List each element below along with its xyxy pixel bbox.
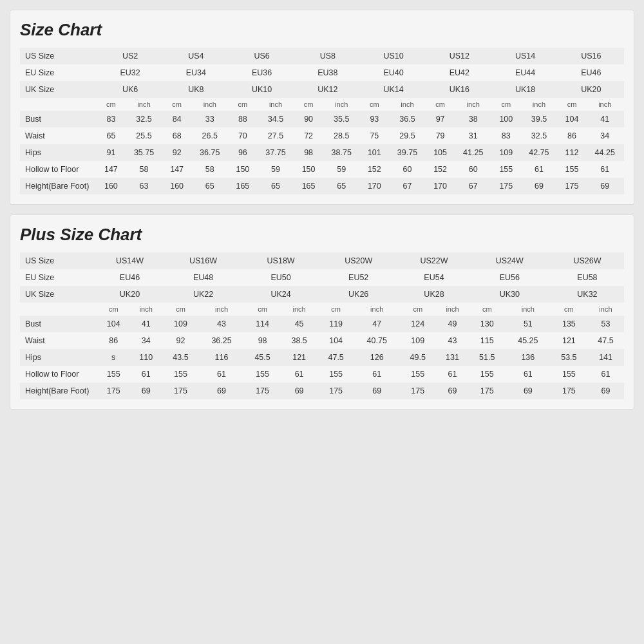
uk-size-label: UK Size <box>20 81 97 98</box>
waist-label: Waist <box>20 128 97 144</box>
plus-size-chart: Plus Size Chart US Size US14W US16W US18… <box>10 214 634 410</box>
us10: US10 <box>361 48 426 64</box>
plus-hips-row: Hips s 110 43.5 116 45.5 121 47.5 126 49… <box>20 349 624 366</box>
us8: US8 <box>295 48 361 64</box>
plus-hips-label: Hips <box>20 349 97 366</box>
us6: US6 <box>229 48 294 64</box>
plus-height-label: Height(Bare Foot) <box>20 383 97 399</box>
plus-hollow-label: Hollow to Floor <box>20 366 97 383</box>
plus-size-chart-table: US Size US14W US16W US18W US20W US22W US… <box>20 252 624 399</box>
us-size-row: US Size US2 US4 US6 US8 US10 US12 US14 U… <box>20 48 624 64</box>
plus-height-row: Height(Bare Foot) 175 69 175 69 175 69 1… <box>20 383 624 399</box>
us16: US16 <box>558 48 624 64</box>
plus-waist-row: Waist 86 34 92 36.25 98 38.5 104 40.75 1… <box>20 332 624 349</box>
waist-row: Waist 65 25.5 68 26.5 70 27.5 72 28.5 75… <box>20 128 624 144</box>
plus-us-size-label: US Size <box>20 252 97 269</box>
hips-row: Hips 91 35.75 92 36.75 96 37.75 98 38.75… <box>20 144 624 161</box>
us-size-label: US Size <box>20 48 97 64</box>
hollow-row: Hollow to Floor 147 58 147 58 150 59 150… <box>20 161 624 178</box>
plus-bust-row: Bust 104 41 109 43 114 45 119 47 124 49 … <box>20 316 624 332</box>
plus-waist-label: Waist <box>20 332 97 349</box>
us2: US2 <box>97 48 163 64</box>
eu-size-row: EU Size EU32 EU34 EU36 EU38 EU40 EU42 EU… <box>20 64 624 81</box>
us12: US12 <box>426 48 492 64</box>
us14: US14 <box>492 48 558 64</box>
plus-uk-size-row: UK Size UK20 UK22 UK24 UK26 UK28 UK30 UK… <box>20 286 624 303</box>
hips-label: Hips <box>20 144 97 161</box>
size-chart: Size Chart US Size US2 US4 US6 US8 US10 … <box>10 10 634 205</box>
uk-size-row: UK Size UK6 UK8 UK10 UK12 UK14 UK16 UK18… <box>20 81 624 98</box>
plus-size-chart-title: Plus Size Chart <box>20 225 624 245</box>
unit-row: cm inch cm inch cm inch cm inch cm inch … <box>20 98 624 111</box>
plus-bust-label: Bust <box>20 316 97 332</box>
bust-row: Bust 83 32.5 84 33 88 34.5 90 35.5 93 36… <box>20 111 624 128</box>
height-label: Height(Bare Foot) <box>20 178 97 194</box>
plus-uk-size-label: UK Size <box>20 286 97 303</box>
plus-unit-row: cm inch cm inch cm inch cm inch cm inch … <box>20 303 624 316</box>
size-chart-title: Size Chart <box>20 20 624 40</box>
size-chart-table: US Size US2 US4 US6 US8 US10 US12 US14 U… <box>20 48 624 194</box>
eu-size-label: EU Size <box>20 64 97 81</box>
plus-eu-size-label: EU Size <box>20 269 97 286</box>
bust-label: Bust <box>20 111 97 128</box>
height-row: Height(Bare Foot) 160 63 160 65 165 65 1… <box>20 178 624 194</box>
us4: US4 <box>163 48 229 64</box>
plus-us-size-row: US Size US14W US16W US18W US20W US22W US… <box>20 252 624 269</box>
plus-eu-size-row: EU Size EU46 EU48 EU50 EU52 EU54 EU56 EU… <box>20 269 624 286</box>
hollow-label: Hollow to Floor <box>20 161 97 178</box>
plus-hollow-row: Hollow to Floor 155 61 155 61 155 61 155… <box>20 366 624 383</box>
